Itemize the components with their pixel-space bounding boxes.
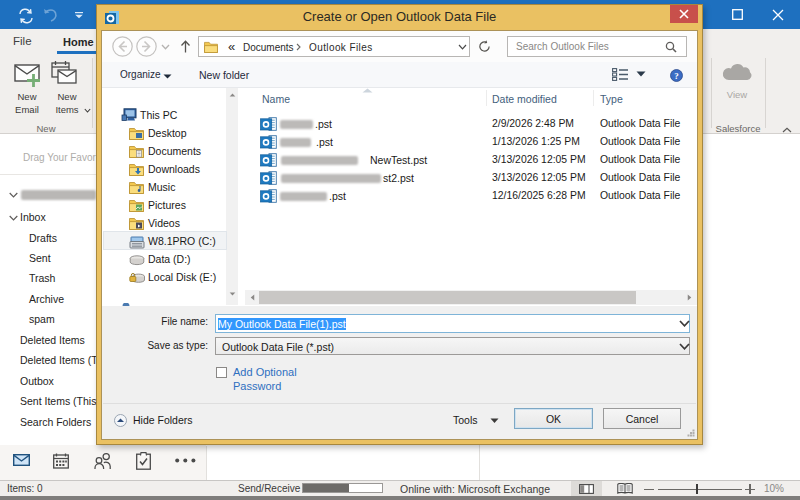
svg-text:?: ? <box>674 71 679 81</box>
